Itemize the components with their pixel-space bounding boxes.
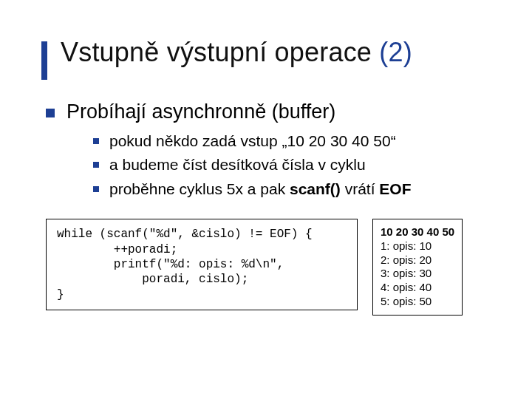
square-bullet-icon <box>93 138 99 144</box>
bullet-level2-text: a budeme číst desítková čísla v cyklu <box>109 154 366 175</box>
sub-bullets: pokud někdo zadá vstup „10 20 30 40 50“ … <box>93 131 491 200</box>
bullet-level2-text: proběhne cyklus 5x a pak scanf() vrátí E… <box>109 179 412 200</box>
bullet-level2: pokud někdo zadá vstup „10 20 30 40 50“ <box>93 131 491 151</box>
title-number: (2) <box>379 37 412 67</box>
boxes-row: while (scanf("%d", &cislo) != EOF) { ++p… <box>46 219 491 316</box>
title-row: Vstupně výstupní operace (2) <box>41 37 491 80</box>
code-box: while (scanf("%d", &cislo) != EOF) { ++p… <box>46 219 358 310</box>
bullet-level1-text: Probíhají asynchronně (buffer) <box>66 100 335 123</box>
bullet-level2: a budeme číst desítková čísla v cyklu <box>93 154 491 175</box>
slide-title: Vstupně výstupní operace (2) <box>61 37 412 68</box>
title-accent-bar <box>41 41 47 80</box>
output-body: 1: opis: 10 2: opis: 20 3: opis: 30 4: o… <box>381 239 432 307</box>
title-text: Vstupně výstupní operace <box>61 37 379 67</box>
output-box: 10 20 30 40 50 1: opis: 10 2: opis: 20 3… <box>372 219 463 316</box>
square-bullet-icon <box>93 162 99 168</box>
square-bullet-icon <box>93 186 99 192</box>
bullet-level2: proběhne cyklus 5x a pak scanf() vrátí E… <box>93 179 491 200</box>
slide: Vstupně výstupní operace (2) Probíhají a… <box>0 0 532 399</box>
text-fragment: proběhne cyklus 5x a pak <box>109 180 290 197</box>
bold-eof: EOF <box>379 180 411 197</box>
output-header: 10 20 30 40 50 <box>381 225 454 238</box>
bullet-level1: Probíhají asynchronně (buffer) <box>46 100 491 123</box>
bold-scanf: scanf() <box>290 180 341 197</box>
bullet-level2-text: pokud někdo zadá vstup „10 20 30 40 50“ <box>109 131 396 151</box>
text-fragment: vrátí <box>341 180 380 197</box>
square-bullet-icon <box>46 109 55 117</box>
slide-body: Probíhají asynchronně (buffer) pokud něk… <box>46 100 491 316</box>
